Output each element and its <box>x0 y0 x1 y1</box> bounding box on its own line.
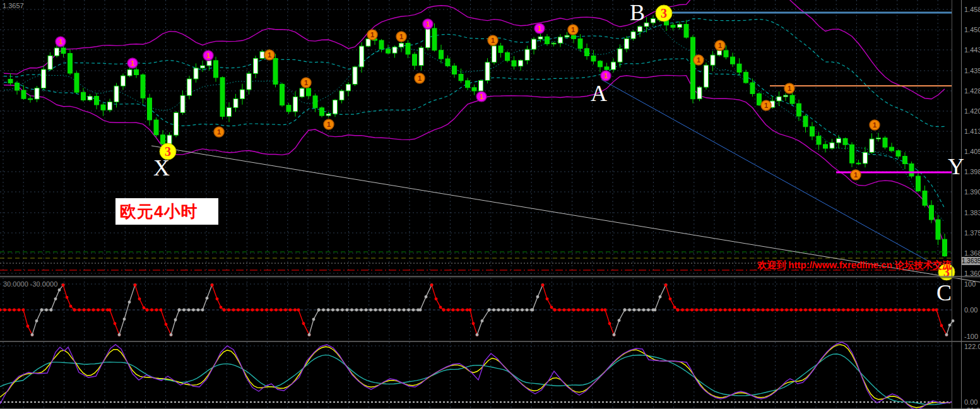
svg-text:1: 1 <box>697 56 700 64</box>
wave-marker-orange[interactable]: 1 <box>415 73 425 83</box>
indicator2-pane[interactable] <box>0 342 952 409</box>
wave-marker-orange[interactable]: 1 <box>568 25 578 35</box>
wave-marker-orange[interactable]: 1 <box>784 83 794 93</box>
price-axis-label: 1.450 <box>964 26 980 33</box>
svg-text:1: 1 <box>268 51 271 59</box>
watermark-text: 欢迎到 http://www.fxredline.cn 论坛技术交流 <box>673 259 952 271</box>
svg-text:1: 1 <box>718 42 722 49</box>
wave-marker-magenta[interactable]: 1 <box>534 23 545 33</box>
wave-marker-orange[interactable]: 1 <box>488 35 498 45</box>
indicator2-axis-label: 122.0 <box>964 343 980 350</box>
wave-marker-orange[interactable]: 1 <box>301 78 311 88</box>
svg-text:1: 1 <box>206 52 210 59</box>
wave-marker-orange[interactable]: 1 <box>367 30 377 40</box>
price-axis-label: 1.405 <box>964 148 980 155</box>
current-price-tag: 1.3635 <box>962 257 980 265</box>
svg-text:1: 1 <box>418 74 422 82</box>
svg-text:3: 3 <box>661 6 667 20</box>
wave-letter-c[interactable]: C <box>936 282 952 304</box>
indicator1-axis-label: 0.00 <box>964 306 977 314</box>
price-axis-label: 1.390 <box>964 188 980 196</box>
indicator1-axis-label: 100 <box>964 280 976 288</box>
svg-text:1: 1 <box>854 171 858 179</box>
wave-marker-magenta[interactable]: 1 <box>476 92 487 102</box>
price-axis-label: 1.398 <box>964 168 980 175</box>
price-axis-label: 1.458 <box>964 6 980 13</box>
indicator2-axis-label: 0.00 <box>964 398 977 406</box>
price-axis-label: 1.443 <box>964 46 980 54</box>
svg-text:1: 1 <box>304 79 308 86</box>
price-axis-label: 1.368 <box>964 249 980 257</box>
svg-text:1: 1 <box>571 26 575 33</box>
svg-text:1: 1 <box>426 20 430 28</box>
wave-marker-magenta[interactable]: 1 <box>601 71 611 81</box>
wave-marker-orange[interactable]: 1 <box>694 55 704 65</box>
price-axis-label: 1.375 <box>964 229 980 237</box>
wave-marker-orange[interactable]: 1 <box>214 127 224 137</box>
wave-marker-orange[interactable]: 1 <box>264 50 275 60</box>
svg-text:1: 1 <box>873 121 877 129</box>
svg-text:1: 1 <box>788 85 791 92</box>
indicator2-axis-label: -21.9 <box>964 406 980 409</box>
blue-trendline-a-to-c[interactable] <box>601 80 950 273</box>
price-axis-label: 1.360 <box>964 270 980 277</box>
wave-marker-magenta[interactable]: 1 <box>56 37 66 47</box>
hline-price-label: 1.3657 <box>3 2 24 9</box>
price-axis-label: 1.383 <box>964 209 980 216</box>
svg-text:1: 1 <box>604 72 608 80</box>
svg-text:1: 1 <box>59 38 62 45</box>
svg-text:1: 1 <box>399 33 403 40</box>
svg-text:1: 1 <box>764 102 768 109</box>
wave-marker-3[interactable]: 3 <box>656 5 672 21</box>
symbol-label: 欧元4小时 <box>120 201 198 223</box>
svg-text:1: 1 <box>131 59 134 67</box>
price-axis-label: 1.435 <box>964 67 980 74</box>
svg-text:1: 1 <box>327 121 331 128</box>
symbol-label-box: 欧元4小时 <box>115 198 218 225</box>
svg-text:1: 1 <box>491 37 495 44</box>
svg-text:1: 1 <box>217 128 221 136</box>
price-axis-label: 1.420 <box>964 107 980 115</box>
wave-marker-orange[interactable]: 1 <box>324 119 334 129</box>
indicator1-params-label: 30.0000 -30.0000 <box>3 280 57 288</box>
wave-marker-orange[interactable]: 1 <box>870 120 880 130</box>
mt4-chart-window: 1111111111111111111111333 1.3657 欧元4小时 欢… <box>0 0 980 409</box>
wave-marker-orange[interactable]: 1 <box>851 170 861 180</box>
wave-marker-magenta[interactable]: 1 <box>127 58 138 68</box>
svg-text:1: 1 <box>370 31 374 39</box>
wave-letter-b[interactable]: B <box>630 1 645 24</box>
wave-marker-orange[interactable]: 1 <box>715 40 725 50</box>
wave-marker-magenta[interactable]: 1 <box>203 50 213 61</box>
wave-letter-y[interactable]: Y <box>948 155 964 178</box>
indicator1-axis-label: -100 <box>964 333 978 340</box>
wave-marker-magenta[interactable]: 1 <box>423 19 433 29</box>
price-axis-label: 1.413 <box>964 127 980 135</box>
price-axis-label: 1.428 <box>964 87 980 95</box>
svg-text:1: 1 <box>538 25 541 32</box>
svg-text:1: 1 <box>480 93 483 100</box>
wave-letter-x[interactable]: X <box>153 157 170 179</box>
wave-letter-a[interactable]: A <box>591 82 607 105</box>
wave-marker-orange[interactable]: 1 <box>396 32 406 42</box>
wave-marker-orange[interactable]: 1 <box>761 100 771 110</box>
